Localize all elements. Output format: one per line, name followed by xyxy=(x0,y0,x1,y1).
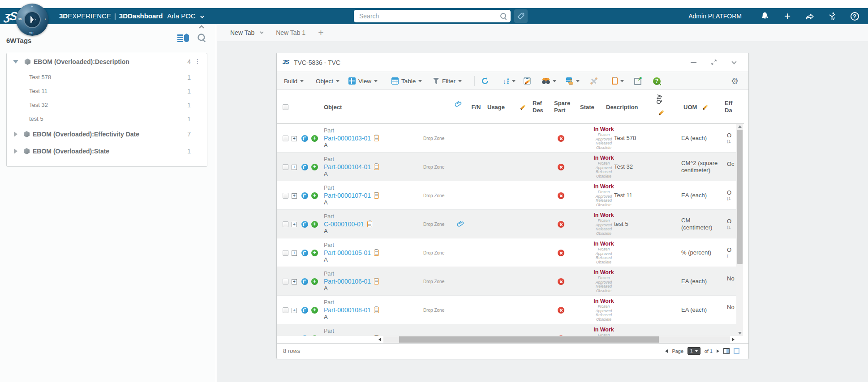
context-name[interactable]: Arla POC xyxy=(167,12,195,20)
row-checkbox[interactable] xyxy=(283,307,288,313)
add-tab-button[interactable]: + xyxy=(318,27,323,38)
minimize-icon[interactable] xyxy=(691,62,696,63)
page-select-dropdown[interactable]: 1 xyxy=(688,347,700,355)
widget-chevron-down-icon[interactable] xyxy=(731,59,736,64)
object-menu[interactable]: Object xyxy=(316,72,339,90)
horizontal-scrollbar[interactable] xyxy=(277,336,744,343)
row-checkbox[interactable] xyxy=(283,193,288,199)
3dexperience-compass[interactable]: 3D V.R ψ i xyxy=(16,4,48,36)
tab-chevron-down-icon[interactable] xyxy=(260,30,263,34)
settings-button[interactable]: ⚙ xyxy=(731,72,739,90)
horizontal-scroll-thumb[interactable] xyxy=(399,336,659,343)
spare-part-no-icon[interactable] xyxy=(558,278,564,285)
col-spare-part[interactable]: SparePart xyxy=(554,90,570,124)
expand-icon[interactable]: + xyxy=(292,250,297,256)
table-row[interactable]: + + Part Part-0000109-01 A Drop Zone In … xyxy=(277,324,737,336)
add-child-icon[interactable]: + xyxy=(311,192,318,199)
navigate-icon[interactable] xyxy=(301,221,308,228)
tab-new-tab-1[interactable]: New Tab 1 xyxy=(276,29,305,36)
part-link[interactable]: Part-0000105-01 xyxy=(324,249,371,257)
compass-quadrant-top[interactable]: ψ xyxy=(31,5,33,8)
add-content-button[interactable]: + xyxy=(782,11,793,21)
triangle-down-icon[interactable] xyxy=(13,60,18,64)
col-state[interactable]: State xyxy=(580,90,594,124)
navigate-icon[interactable] xyxy=(301,307,308,314)
next-page-arrow[interactable] xyxy=(717,349,719,353)
view-menu[interactable]: View xyxy=(348,72,378,90)
expand-icon[interactable]: + xyxy=(292,165,297,170)
split-view-icon[interactable] xyxy=(723,348,730,354)
search-input[interactable] xyxy=(359,10,494,21)
add-child-icon[interactable]: + xyxy=(311,221,318,228)
table-row[interactable]: + + Part Part-0000105-01 A Drop Zone In … xyxy=(277,238,737,267)
add-child-icon[interactable]: + xyxy=(311,307,318,314)
clipboard-doc-icon[interactable] xyxy=(374,192,379,199)
disconnect-button[interactable] xyxy=(590,72,597,90)
refresh-button[interactable] xyxy=(481,72,489,90)
vertical-scroll-thumb[interactable] xyxy=(737,130,743,264)
col-attachment-paperclip-icon[interactable] xyxy=(455,101,462,108)
row-checkbox[interactable] xyxy=(283,221,288,227)
clipboard-button[interactable] xyxy=(612,72,624,90)
tag-value-item[interactable]: test 5 1 xyxy=(7,112,207,126)
add-child-icon[interactable]: + xyxy=(311,164,318,170)
col-qty[interactable]: Qty xyxy=(655,94,662,104)
6wtags-toggle-button[interactable] xyxy=(514,9,528,23)
clipboard-doc-icon[interactable] xyxy=(374,307,379,313)
global-search[interactable] xyxy=(354,10,511,22)
col-fn[interactable]: F/N xyxy=(467,90,485,124)
table-menu[interactable]: Table xyxy=(391,72,422,90)
spare-part-no-icon[interactable] xyxy=(558,221,564,228)
spare-part-no-icon[interactable] xyxy=(558,164,564,170)
clipboard-doc-icon[interactable] xyxy=(374,250,379,256)
add-child-icon[interactable]: + xyxy=(311,135,318,142)
table-row[interactable]: + + Part Part-0000107-01 A Drop Zone In … xyxy=(277,181,737,210)
col-eff-date[interactable]: EffDa xyxy=(725,90,732,124)
compass-quadrant-right[interactable]: i xyxy=(45,18,46,21)
context-chevron-down-icon[interactable] xyxy=(200,14,204,18)
part-link[interactable]: Part-0000108-01 xyxy=(324,306,371,314)
expand-icon[interactable]: + xyxy=(292,222,297,227)
search-icon[interactable] xyxy=(500,13,507,20)
expand-icon[interactable]: + xyxy=(292,308,297,313)
row-checkbox[interactable] xyxy=(283,279,288,284)
filter-menu[interactable]: Filter xyxy=(433,72,462,90)
spare-part-no-icon[interactable] xyxy=(558,250,564,256)
sidebar-search-icon[interactable] xyxy=(197,33,206,42)
select-all-checkbox[interactable] xyxy=(283,104,288,110)
part-link[interactable]: C-0000100-01 xyxy=(324,221,364,228)
row-checkbox[interactable] xyxy=(283,164,288,170)
row-checkbox[interactable] xyxy=(283,136,288,141)
scroll-right-arrow[interactable] xyxy=(732,338,735,341)
spare-part-no-icon[interactable] xyxy=(558,192,564,199)
triangle-right-icon[interactable] xyxy=(14,132,17,137)
clipboard-doc-icon[interactable] xyxy=(374,278,379,284)
find-button[interactable] xyxy=(542,72,556,90)
expand-icon[interactable]: + xyxy=(292,136,297,141)
triangle-right-icon[interactable] xyxy=(14,149,17,154)
tab-new-tab[interactable]: New Tab xyxy=(230,29,262,36)
navigate-icon[interactable] xyxy=(301,192,308,199)
tag-group-effectivity-date[interactable]: EBOM (Overloaded):Effectivity Date 7 xyxy=(7,126,207,143)
part-link[interactable]: Part-0000103-01 xyxy=(324,135,371,142)
tag-value-item[interactable]: Test 32 1 xyxy=(7,98,207,112)
navigate-icon[interactable] xyxy=(301,164,308,170)
col-description[interactable]: Description xyxy=(606,90,638,124)
prev-page-arrow[interactable] xyxy=(665,349,668,353)
col-usage[interactable]: Usage xyxy=(487,90,505,124)
communities-button[interactable] xyxy=(827,11,838,21)
tag-value-item[interactable]: Test 578 1 xyxy=(7,70,207,84)
compass-play-button[interactable] xyxy=(24,11,41,28)
table-row[interactable]: + + Part Part-0000106-01 A Drop Zone In … xyxy=(277,267,737,296)
vertical-scrollbar[interactable] xyxy=(736,124,743,336)
sort-tags-icon[interactable] xyxy=(177,33,189,44)
build-menu[interactable]: Build xyxy=(284,72,304,90)
navigate-icon[interactable] xyxy=(301,278,308,285)
col-object[interactable]: Object xyxy=(324,90,342,124)
notifications-button[interactable] xyxy=(760,11,770,21)
table-row[interactable]: + + Part Part-0000104-01 A Drop Zone In … xyxy=(277,153,737,181)
scroll-up-arrow[interactable] xyxy=(738,125,742,128)
export-button[interactable] xyxy=(634,72,642,90)
more-options-icon[interactable]: ⋮ xyxy=(194,58,201,65)
user-label[interactable]: Admin PLATFORM xyxy=(688,13,742,20)
